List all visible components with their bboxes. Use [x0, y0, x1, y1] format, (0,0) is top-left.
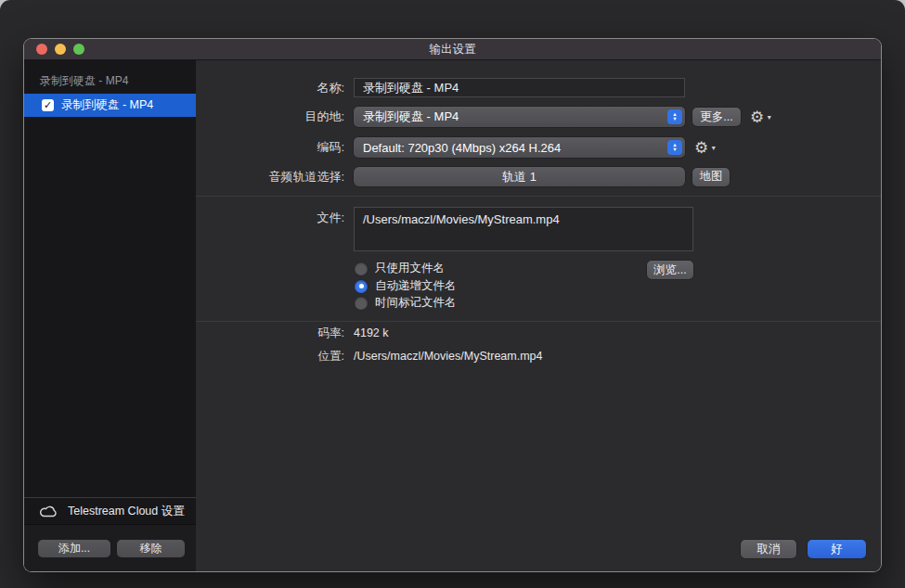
zoom-button[interactable]	[73, 44, 84, 55]
stepper-icon: ▲▼	[667, 140, 682, 155]
telestream-cloud-settings[interactable]: Telestream Cloud 设置	[24, 497, 196, 524]
radio-icon[interactable]	[355, 262, 368, 275]
location-row: 位置: /Users/maczl/Movies/MyStream.mp4	[196, 349, 881, 364]
radio-selected-icon[interactable]	[355, 280, 368, 293]
name-row: 名称: 录制到硬盘 - MP4	[196, 78, 881, 97]
name-label: 名称:	[196, 80, 344, 96]
window-title: 输出设置	[430, 42, 476, 58]
audio-track-button[interactable]: 轨道 1	[354, 167, 685, 186]
encoding-gear-menu[interactable]: ⚙ ▼	[694, 140, 717, 156]
cloud-settings-label: Telestream Cloud 设置	[68, 504, 185, 519]
output-settings-dialog: 输出设置 录制到硬盘 - MP4 ✓ 录制到硬盘 - MP4 Telestrea…	[23, 38, 882, 572]
list-item[interactable]: ✓ 录制到硬盘 - MP4	[24, 94, 196, 117]
filename-option-auto-increment[interactable]: 自动递增文件名	[355, 278, 457, 294]
encoding-select[interactable]: Default: 720p30 (4Mbps) x264 H.264 ▲▼	[354, 137, 685, 158]
sidebar-footer: 添加... 移除	[24, 524, 196, 571]
file-path-input[interactable]: /Users/maczl/Movies/MyStream.mp4	[354, 207, 693, 251]
remove-button[interactable]: 移除	[117, 540, 185, 557]
filename-option-timestamp[interactable]: 时间标记文件名	[355, 295, 457, 311]
gear-icon: ⚙	[750, 109, 764, 125]
location-label: 位置:	[196, 349, 344, 364]
name-input[interactable]: 录制到硬盘 - MP4	[354, 78, 685, 97]
more-button[interactable]: 更多...	[692, 108, 741, 126]
section-divider	[196, 321, 881, 322]
file-label: 文件:	[196, 207, 344, 226]
location-value: /Users/maczl/Movies/MyStream.mp4	[354, 350, 543, 363]
sidebar: 录制到硬盘 - MP4 ✓ 录制到硬盘 - MP4 Telestream Clo…	[24, 60, 196, 571]
destination-row: 目的地: 录制到硬盘 - MP4 ▲▼ 更多... ⚙ ▼	[196, 107, 881, 127]
destination-select[interactable]: 录制到硬盘 - MP4 ▲▼	[354, 107, 685, 127]
chevron-down-icon: ▼	[766, 114, 772, 121]
output-list[interactable]: 录制到硬盘 - MP4 ✓ 录制到硬盘 - MP4	[24, 60, 196, 497]
encoding-value: Default: 720p30 (4Mbps) x264 H.264	[363, 141, 561, 155]
list-item-label: 录制到硬盘 - MP4	[61, 97, 153, 113]
cloud-icon	[39, 505, 58, 518]
output-group-header: 录制到硬盘 - MP4	[24, 73, 196, 88]
bitrate-row: 码率: 4192 k	[196, 326, 881, 340]
stepper-icon: ▲▼	[667, 109, 682, 124]
destination-label: 目的地:	[196, 109, 344, 125]
radio-icon[interactable]	[355, 297, 368, 310]
close-button[interactable]	[36, 44, 47, 55]
minimize-button[interactable]	[55, 44, 66, 55]
gear-icon: ⚙	[694, 140, 708, 156]
settings-panel: 名称: 录制到硬盘 - MP4 目的地: 录制到硬盘 - MP4 ▲▼ 更多..…	[196, 60, 881, 571]
add-button[interactable]: 添加...	[38, 540, 110, 557]
dialog-content: 录制到硬盘 - MP4 ✓ 录制到硬盘 - MP4 Telestream Clo…	[24, 60, 881, 571]
destination-value: 录制到硬盘 - MP4	[363, 109, 459, 125]
bitrate-label: 码率:	[196, 326, 344, 341]
checkbox-checked-icon[interactable]: ✓	[42, 99, 54, 111]
section-divider	[196, 196, 881, 197]
destination-gear-menu[interactable]: ⚙ ▼	[750, 109, 772, 125]
ok-button[interactable]: 好	[808, 540, 866, 558]
filename-option-use-only[interactable]: 只使用文件名	[355, 261, 445, 276]
audio-track-label: 音频轨道选择:	[196, 169, 344, 185]
map-button[interactable]: 地图	[692, 168, 730, 186]
encoding-row: 编码: Default: 720p30 (4Mbps) x264 H.264 ▲…	[196, 137, 881, 158]
traffic-lights	[36, 44, 84, 55]
title-bar[interactable]: 输出设置	[24, 39, 881, 60]
audio-track-row: 音频轨道选择: 轨道 1 地图	[196, 167, 881, 186]
cancel-button[interactable]: 取消	[741, 540, 796, 558]
bitrate-value: 4192 k	[354, 326, 389, 339]
encoding-label: 编码:	[196, 139, 344, 156]
chevron-down-icon: ▼	[710, 145, 717, 151]
file-row: 文件: /Users/maczl/Movies/MyStream.mp4	[196, 207, 881, 251]
browse-button[interactable]: 浏览...	[647, 261, 693, 279]
